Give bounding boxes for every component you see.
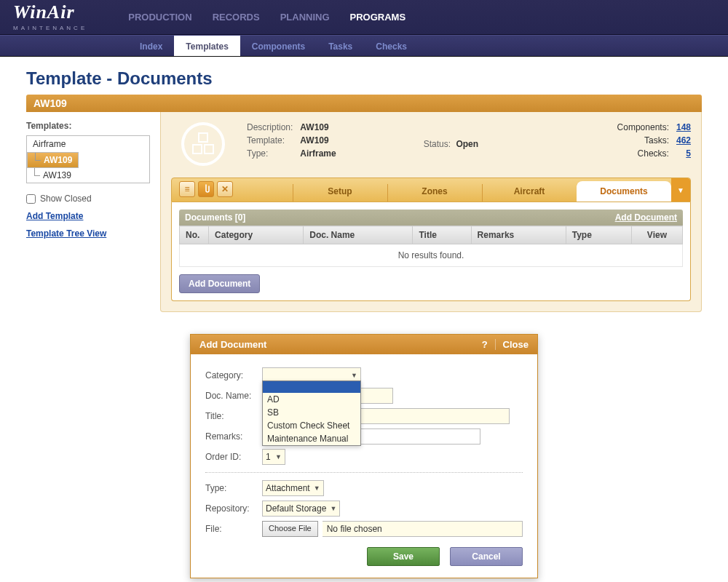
close-icon[interactable]: ✕: [217, 181, 233, 197]
tasks-label: Tasks:: [644, 135, 669, 146]
show-closed-checkbox[interactable]: [26, 194, 36, 204]
title-label: Title:: [205, 411, 262, 421]
col-docname[interactable]: Doc. Name: [304, 226, 413, 244]
type-label: Type:: [247, 148, 293, 159]
show-closed-row[interactable]: Show Closed: [26, 194, 150, 204]
template-label: Template:: [247, 135, 293, 146]
file-label: File:: [205, 524, 262, 534]
save-button[interactable]: Save: [367, 547, 440, 566]
svg-rect-0: [199, 133, 207, 142]
nav-production[interactable]: PRODUCTION: [128, 12, 191, 23]
checks-label: Checks:: [638, 148, 669, 159]
tree-item-aw109[interactable]: AW109: [27, 152, 79, 168]
tasks-link[interactable]: 462: [676, 135, 691, 146]
nav-planning[interactable]: PLANNING: [280, 12, 330, 23]
category-option-blank[interactable]: [263, 381, 360, 393]
col-title[interactable]: Title: [413, 226, 471, 244]
repository-label: Repository:: [205, 503, 262, 514]
category-dropdown: AD SB Custom Check Sheet Maintenance Man…: [262, 380, 361, 446]
status-block: Status: Open: [424, 139, 478, 149]
subnav-tasks[interactable]: Tasks: [317, 36, 364, 56]
cancel-button[interactable]: Cancel: [450, 547, 523, 566]
col-category[interactable]: Category: [209, 226, 304, 244]
tree-item-aw139[interactable]: AW139: [27, 168, 149, 183]
svg-rect-1: [193, 145, 202, 154]
tab-aircraft[interactable]: Aircraft: [482, 181, 577, 202]
add-template-link[interactable]: Add Template: [26, 211, 150, 221]
components-label: Components:: [617, 122, 669, 132]
type-select[interactable]: Attachment: [262, 480, 324, 496]
tab-zones[interactable]: Zones: [387, 181, 482, 202]
add-document-link[interactable]: Add Document: [615, 212, 677, 223]
documents-count: Documents [0]: [185, 212, 245, 223]
logo-subtext: MAINTENANCE: [13, 25, 87, 31]
attachment-icon[interactable]: [198, 181, 214, 197]
documents-panel: Documents [0] Add Document No. Category …: [171, 202, 691, 301]
dialog-body: Category: AD SB Custom Check Sheet Maint…: [191, 354, 537, 578]
main-panel: Description: AW109 Template: AW109 Type:…: [160, 112, 702, 312]
docname-label: Doc. Name:: [205, 391, 262, 401]
col-remarks[interactable]: Remarks: [471, 226, 566, 244]
components-link[interactable]: 148: [676, 122, 691, 132]
category-label: Category:: [205, 370, 262, 380]
nav-records[interactable]: RECORDS: [213, 12, 260, 23]
remarks-label: Remarks:: [205, 431, 262, 442]
show-closed-label: Show Closed: [40, 194, 92, 204]
checks-link[interactable]: 5: [686, 148, 691, 159]
repository-select[interactable]: Default Storage: [262, 501, 340, 517]
sidebar: Templates: Airframe AW109 AW139 Show Clo…: [26, 112, 150, 312]
logo: WinAir MAINTENANCE: [13, 3, 87, 31]
category-option-ad[interactable]: AD: [263, 393, 360, 406]
dialog-title: Add Document: [199, 339, 475, 350]
dialog-header: Add Document ? Close: [191, 335, 537, 354]
tab-documents[interactable]: Documents: [577, 181, 671, 202]
svg-rect-2: [205, 145, 213, 154]
type-label: Type:: [205, 483, 262, 493]
page-title: Template - Documents: [26, 68, 702, 89]
orderid-label: Order ID:: [205, 452, 262, 462]
documents-header: Documents [0] Add Document: [179, 210, 683, 226]
counts-block: Components: 148 Tasks: 462 Checks: 5: [617, 122, 691, 159]
template-tree-view-link[interactable]: Template Tree View: [26, 228, 150, 239]
template-value: AW109: [300, 135, 336, 146]
separator: [205, 472, 523, 473]
template-tree: Airframe AW109 AW139: [26, 135, 150, 183]
type-value: Airframe: [300, 148, 336, 159]
subnav-components[interactable]: Components: [240, 36, 317, 56]
nav-programs[interactable]: PROGRAMS: [350, 12, 406, 23]
dialog-close-button[interactable]: Close: [503, 339, 529, 350]
tab-dropdown-icon[interactable]: ▼: [671, 178, 690, 202]
documents-table: No. Category Doc. Name Title Remarks Typ…: [179, 226, 683, 267]
col-no[interactable]: No.: [180, 226, 209, 244]
tab-strip: ≡ ✕ Setup Zones Aircraft Documents ▼: [171, 178, 691, 202]
no-file-text: No file chosen: [323, 521, 523, 537]
description-label: Description:: [247, 122, 293, 132]
no-results: No results found.: [180, 244, 683, 267]
top-nav: PRODUCTION RECORDS PLANNING PROGRAMS: [128, 12, 405, 23]
status-value: Open: [456, 139, 478, 149]
template-band: AW109: [26, 95, 702, 112]
top-bar: WinAir MAINTENANCE PRODUCTION RECORDS PL…: [0, 0, 728, 35]
dialog-help-icon[interactable]: ?: [475, 339, 496, 350]
tree-root[interactable]: Airframe: [27, 136, 149, 152]
add-document-button[interactable]: Add Document: [179, 274, 260, 293]
add-document-dialog: Add Document ? Close Category: AD SB Cus…: [190, 334, 538, 578]
category-option-mm[interactable]: Maintenance Manual: [263, 432, 360, 445]
template-info: Description: AW109 Template: AW109 Type:…: [247, 122, 336, 159]
template-icon: [181, 122, 225, 166]
choose-file-button[interactable]: Choose File: [262, 521, 318, 537]
menu-icon[interactable]: ≡: [179, 181, 195, 197]
category-option-ccs[interactable]: Custom Check Sheet: [263, 419, 360, 432]
tab-setup[interactable]: Setup: [293, 181, 387, 202]
subnav-templates[interactable]: Templates: [174, 36, 240, 56]
status-label: Status:: [424, 139, 451, 149]
description-value: AW109: [300, 122, 336, 132]
category-option-sb[interactable]: SB: [263, 406, 360, 419]
sub-nav: Index Templates Components Tasks Checks: [0, 35, 728, 57]
col-view[interactable]: View: [631, 226, 682, 244]
templates-label: Templates:: [26, 121, 150, 131]
subnav-checks[interactable]: Checks: [364, 36, 419, 56]
orderid-select[interactable]: 1: [262, 449, 285, 465]
subnav-index[interactable]: Index: [128, 36, 174, 56]
col-type[interactable]: Type: [566, 226, 631, 244]
